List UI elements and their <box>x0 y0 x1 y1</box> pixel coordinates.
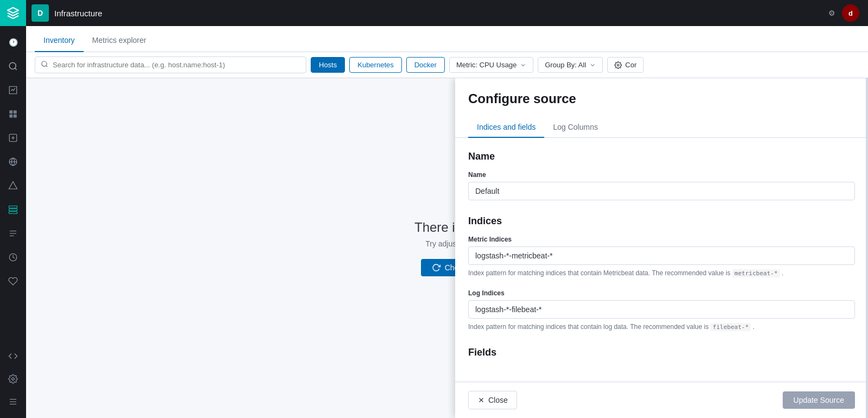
tab-inventory[interactable]: Inventory <box>35 29 84 52</box>
kubernetes-button[interactable]: Kubernetes <box>349 57 402 73</box>
main-content: Inventory Metrics explorer Hosts Kuberne… <box>26 26 868 418</box>
metric-indices-help: Index pattern for matching indices that … <box>468 268 855 278</box>
search-icon <box>41 60 48 69</box>
sidebar-item-visualize[interactable] <box>2 79 24 101</box>
panel-tab-indices-fields[interactable]: Indices and fields <box>468 117 544 138</box>
indices-section-title: Indices <box>468 216 855 227</box>
user-avatar[interactable]: d <box>842 4 859 22</box>
svg-point-14 <box>42 61 47 66</box>
app-title: Infrastructure <box>54 9 828 18</box>
settings-icon[interactable]: ⚙ <box>828 9 835 17</box>
tab-metrics-explorer[interactable]: Metrics explorer <box>84 29 155 52</box>
panel-header: Configure source <box>455 78 868 117</box>
fields-section: Fields <box>468 347 855 358</box>
sidebar-item-collapse[interactable] <box>2 391 24 413</box>
log-indices-help: Index pattern for matching indices that … <box>468 322 855 332</box>
svg-rect-4 <box>9 115 12 118</box>
svg-rect-3 <box>14 110 17 113</box>
panel-body: Name Name Indices Metric Indices Index p… <box>455 138 868 382</box>
sidebar-item-uptime[interactable] <box>2 270 24 292</box>
search-input[interactable] <box>53 61 300 69</box>
svg-line-15 <box>46 66 48 67</box>
update-source-button[interactable]: Update Source <box>783 391 855 409</box>
app-logo <box>0 0 26 26</box>
log-indices-input[interactable] <box>468 300 855 319</box>
sidebar-item-clock[interactable]: 🕐 <box>2 31 24 53</box>
svg-rect-9 <box>9 206 17 208</box>
nav-tabs: Inventory Metrics explorer <box>26 26 868 52</box>
top-bar-right: ⚙ d <box>828 4 859 22</box>
name-section-title: Name <box>468 151 855 162</box>
panel-tab-log-columns[interactable]: Log Columns <box>544 117 607 138</box>
sidebar-item-dashboard[interactable] <box>2 103 24 125</box>
svg-point-16 <box>617 64 619 66</box>
metric-indices-input[interactable] <box>468 246 855 265</box>
sidebar-item-ml[interactable] <box>2 175 24 197</box>
metric-indices-code: metricbeat-* <box>732 269 779 277</box>
sidebar-item-management[interactable] <box>2 368 24 390</box>
sidebar-item-apm[interactable] <box>2 246 24 268</box>
indices-section: Indices Metric Indices Index pattern for… <box>468 216 855 332</box>
sidebar-bottom <box>2 344 24 414</box>
name-input[interactable] <box>468 182 855 200</box>
metric-dropdown[interactable]: Metric: CPU Usage <box>449 57 533 73</box>
name-field-group: Name <box>468 171 855 200</box>
svg-rect-2 <box>9 110 12 113</box>
sidebar-item-dev[interactable] <box>2 345 24 367</box>
configure-button[interactable]: Cor <box>607 57 644 73</box>
page-content: There is no Try adjusting Chec Configure… <box>26 78 868 418</box>
name-section: Name Name <box>468 151 855 200</box>
app-name-badge: D <box>32 4 49 22</box>
log-indices-group: Log Indices Index pattern for matching i… <box>468 289 855 332</box>
metric-indices-label: Metric Indices <box>468 236 855 243</box>
sidebar-item-maps[interactable] <box>2 151 24 173</box>
configure-panel: Configure source Indices and fields Log … <box>455 78 868 418</box>
top-bar: D Infrastructure ⚙ d <box>0 0 868 26</box>
svg-rect-5 <box>14 115 17 118</box>
svg-point-13 <box>12 378 15 381</box>
toolbar: Hosts Kubernetes Docker Metric: CPU Usag… <box>26 52 868 78</box>
search-box <box>35 56 306 73</box>
docker-button[interactable]: Docker <box>406 57 445 73</box>
hosts-button[interactable]: Hosts <box>311 57 345 73</box>
svg-rect-10 <box>9 209 17 211</box>
sidebar: 🕐 <box>0 26 26 418</box>
panel-footer: Close Update Source <box>455 382 868 418</box>
fields-section-title: Fields <box>468 347 855 358</box>
panel-title: Configure source <box>468 91 855 106</box>
group-by-dropdown[interactable]: Group By: All <box>538 57 603 73</box>
close-button[interactable]: Close <box>468 391 517 409</box>
svg-rect-11 <box>9 212 17 214</box>
sidebar-item-discover[interactable] <box>2 55 24 77</box>
metric-indices-group: Metric Indices Index pattern for matchin… <box>468 236 855 278</box>
sidebar-item-logs[interactable] <box>2 223 24 244</box>
panel-tabs: Indices and fields Log Columns <box>455 117 868 138</box>
svg-point-0 <box>9 62 16 69</box>
name-field-label: Name <box>468 171 855 179</box>
sidebar-item-canvas[interactable] <box>2 127 24 149</box>
sidebar-item-infra[interactable] <box>2 199 24 220</box>
log-indices-label: Log Indices <box>468 289 855 297</box>
svg-marker-8 <box>9 182 17 189</box>
svg-line-1 <box>15 68 16 69</box>
log-indices-code: filebeat-* <box>710 323 751 331</box>
